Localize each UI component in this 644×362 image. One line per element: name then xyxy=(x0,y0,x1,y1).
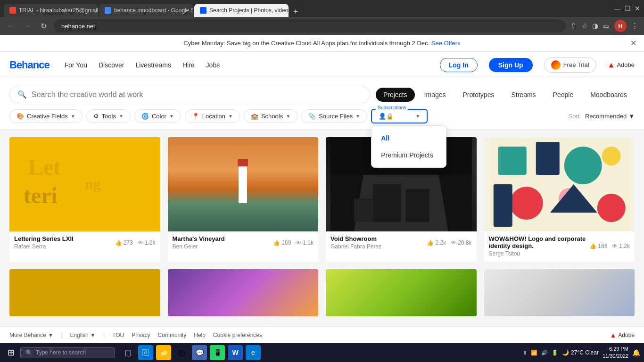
tab-images[interactable]: Images xyxy=(417,88,454,102)
nav-livestreams[interactable]: Livestreams xyxy=(135,61,171,69)
footer-cookie-prefs[interactable]: Cookie preferences xyxy=(213,332,262,338)
tab-prototypes[interactable]: Prototypes xyxy=(455,88,502,102)
footer-divider-1: | xyxy=(61,332,62,338)
subscription-option-premium[interactable]: Premium Projects xyxy=(372,147,446,164)
project-card-bottom-0[interactable] xyxy=(9,269,160,316)
footer-more-behance[interactable]: More Behance ▼ xyxy=(9,332,53,338)
source-files-label: Source Files xyxy=(319,113,353,120)
nav-for-you[interactable]: For You xyxy=(65,61,87,69)
color-icon: 🌀 xyxy=(141,113,149,120)
project-thumbnail-bottom-1 xyxy=(168,269,319,316)
nav-discover[interactable]: Discover xyxy=(99,61,124,69)
tools-icon: ⚙ xyxy=(93,113,99,120)
notification-icon[interactable]: 🔔 xyxy=(632,349,640,356)
sort-label: Sort xyxy=(569,113,580,120)
moon-icon: 🌙 xyxy=(562,349,569,356)
files-icon[interactable]: 📁 xyxy=(156,345,171,360)
subscription-dropdown-wrapper[interactable]: Subscriptions 👤🔒 ▼ All Premium Projects xyxy=(371,109,428,123)
project-card-info-row-0: Lettering Series LXII Rafael Serra 👍 273… xyxy=(14,235,156,250)
address-bar: ← → ↻ ⇧ ☆ ◑ ▭ H ⋮ xyxy=(0,17,644,35)
minimize-button[interactable]: — xyxy=(614,5,621,12)
volume-icon: 🔊 xyxy=(541,350,548,356)
free-trial-button[interactable]: Free Trial xyxy=(544,58,596,73)
tab-streams[interactable]: Streams xyxy=(504,88,543,102)
taskbar-up-arrow[interactable]: ⇧ xyxy=(523,350,527,356)
project-card-0[interactable]: Let teri ng Lettering Series LXII Rafael… xyxy=(9,137,160,262)
location-filter[interactable]: 📍 Location ▼ xyxy=(185,109,240,123)
adobe-logo[interactable]: ▲ Adobe xyxy=(608,61,635,69)
messenger-icon[interactable]: 💬 xyxy=(192,345,207,360)
browser-tab-gmail[interactable]: TRIAL - hiraabubakar25@gmail.c... ✕ xyxy=(4,4,98,17)
subscription-dropdown: All Premium Projects xyxy=(371,125,446,168)
announcement-text: Cyber Monday: Save big on the Creative C… xyxy=(183,40,429,47)
tools-filter[interactable]: ⚙ Tools ▼ xyxy=(86,109,131,123)
forward-button[interactable]: → xyxy=(22,22,33,30)
edge-icon[interactable]: e xyxy=(246,345,261,360)
subscription-select[interactable]: 👤🔒 ▼ xyxy=(371,109,428,123)
footer-language[interactable]: English ▼ xyxy=(70,332,96,338)
tab-moodboards[interactable]: Moodboards xyxy=(583,88,635,102)
project-info-0: Lettering Series LXII Rafael Serra 👍 273… xyxy=(9,231,160,255)
tab-label-behance: Search Projects | Photos, videos, xyxy=(209,7,289,14)
project-card-1[interactable]: Martha's Vineyard Ben Geier 👍 169 👁 1.1k xyxy=(168,137,319,262)
project-card-3[interactable]: WOW&HOW! Logo and corporate identity des… xyxy=(484,137,635,262)
announcement-cta[interactable]: See Offers xyxy=(431,40,461,47)
color-filter[interactable]: 🌀 Color ▼ xyxy=(134,109,181,123)
tab-people[interactable]: People xyxy=(545,88,581,102)
word-icon[interactable]: W xyxy=(228,345,243,360)
close-window-button[interactable]: ✕ xyxy=(635,5,640,12)
footer-tou[interactable]: TOU xyxy=(112,332,124,338)
address-input[interactable] xyxy=(54,19,566,33)
likes-0: 👍 273 xyxy=(115,239,133,246)
back-button[interactable]: ← xyxy=(6,22,17,30)
share-icon[interactable]: ⇧ xyxy=(570,22,577,30)
footer-community[interactable]: Community xyxy=(158,332,187,338)
schools-filter[interactable]: 🏫 Schools ▼ xyxy=(244,109,297,123)
address-actions: ⇧ ☆ ◑ ▭ H ⋮ xyxy=(570,20,638,32)
source-files-chevron-icon: ▼ xyxy=(355,114,360,119)
maximize-button[interactable]: ❐ xyxy=(625,5,631,12)
project-thumbnail-bottom-3 xyxy=(484,269,635,316)
taskbar-search[interactable]: 🔍 Type here to search xyxy=(20,347,115,358)
nav-hire[interactable]: Hire xyxy=(182,61,195,69)
store-icon[interactable]: 🇦 xyxy=(138,345,153,360)
extensions-icon[interactable]: ◑ xyxy=(592,22,598,30)
profile-avatar[interactable]: H xyxy=(614,20,627,32)
window-controls: — ❐ ✕ xyxy=(614,5,640,12)
announcement-close-button[interactable]: ✕ xyxy=(630,39,636,48)
schools-label: Schools xyxy=(261,113,283,120)
login-button[interactable]: Log In xyxy=(440,58,478,72)
search-input[interactable] xyxy=(32,90,362,99)
search-row: 🔍 Projects Images Prototypes Streams Peo… xyxy=(9,86,635,103)
cast-icon[interactable]: ▭ xyxy=(603,22,610,30)
subscription-option-all[interactable]: All xyxy=(372,130,446,147)
likes-1: 👍 169 xyxy=(273,239,291,246)
start-button[interactable]: ⊞ xyxy=(4,346,18,360)
reload-button[interactable]: ↻ xyxy=(38,22,49,31)
browser-tab-google[interactable]: behance moodboard - Google S... ✕ xyxy=(99,4,193,17)
source-files-filter[interactable]: 📎 Source Files ▼ xyxy=(301,109,367,123)
behance-logo[interactable]: Behance xyxy=(9,59,50,71)
signup-button[interactable]: Sign Up xyxy=(489,58,533,72)
chrome-icon[interactable]: ◎ xyxy=(174,345,189,360)
creative-fields-filter[interactable]: 🎨 Creative Fields ▼ xyxy=(9,109,83,123)
tab-projects[interactable]: Projects xyxy=(376,88,415,102)
search-input-wrapper[interactable]: 🔍 xyxy=(9,86,370,103)
menu-icon[interactable]: ⋮ xyxy=(631,22,638,30)
star-icon[interactable]: ☆ xyxy=(581,22,587,30)
svg-rect-19 xyxy=(493,184,512,227)
nav-jobs[interactable]: Jobs xyxy=(206,61,220,69)
adobe-icon: ▲ xyxy=(608,61,615,69)
browser-tab-behance[interactable]: Search Projects | Photos, videos, ✕ xyxy=(194,4,289,17)
footer-help[interactable]: Help xyxy=(194,332,206,338)
sort-control[interactable]: Sort Recommended ▼ xyxy=(569,113,635,120)
project-card-bottom-3[interactable] xyxy=(484,269,635,316)
taskview-icon[interactable]: ◫ xyxy=(120,345,135,360)
whatsapp-icon[interactable]: 📱 xyxy=(210,345,225,360)
location-label: Location xyxy=(202,113,225,120)
project-card-bottom-1[interactable] xyxy=(168,269,319,316)
project-card-info-row-3: WOW&HOW! Logo and corporate identity des… xyxy=(489,235,630,257)
new-tab-button[interactable]: + xyxy=(289,7,302,17)
project-card-bottom-2[interactable] xyxy=(326,269,477,316)
footer-privacy[interactable]: Privacy xyxy=(132,332,150,338)
